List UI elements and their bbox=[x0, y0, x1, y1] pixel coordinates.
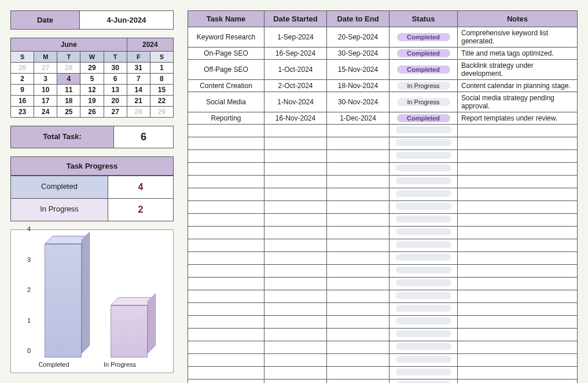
chart-bar bbox=[111, 305, 148, 358]
task-table-header: Notes bbox=[458, 11, 578, 27]
table-row: Social Media1-Nov-202430-Nov-2024In Prog… bbox=[188, 92, 578, 112]
empty-cell bbox=[327, 201, 389, 214]
status-pill-empty bbox=[396, 330, 451, 337]
empty-cell bbox=[327, 316, 389, 329]
table-row: Reporting16-Nov-20241-Dec-2024CompletedR… bbox=[188, 112, 578, 125]
empty-cell bbox=[188, 176, 264, 188]
chart-y-tick: 0 bbox=[27, 347, 31, 354]
calendar-day[interactable]: 5 bbox=[80, 74, 104, 85]
empty-cell bbox=[458, 150, 578, 163]
empty-cell bbox=[264, 278, 327, 290]
calendar-day[interactable]: 11 bbox=[57, 85, 80, 96]
status-pill-empty bbox=[396, 203, 451, 210]
task-table-header: Date Started bbox=[264, 11, 327, 27]
empty-cell bbox=[188, 290, 264, 303]
empty-cell bbox=[188, 163, 264, 176]
calendar-day[interactable]: 27 bbox=[104, 107, 127, 118]
table-row-empty bbox=[188, 188, 578, 201]
calendar-day[interactable]: 18 bbox=[57, 96, 80, 107]
task-notes-cell: Report templates under review. bbox=[458, 112, 578, 125]
date-box: Date 4-Jun-2024 bbox=[10, 10, 174, 30]
empty-cell bbox=[188, 227, 264, 239]
calendar-day[interactable]: 28 bbox=[127, 107, 150, 118]
calendar-day[interactable]: 12 bbox=[80, 85, 104, 96]
calendar-day[interactable]: 22 bbox=[150, 96, 173, 107]
calendar-day[interactable]: 10 bbox=[34, 85, 57, 96]
task-progress-title: Task Progress bbox=[11, 157, 173, 176]
chart-y-tick: 3 bbox=[27, 256, 31, 263]
empty-cell bbox=[389, 354, 458, 367]
calendar-month: June bbox=[11, 38, 127, 52]
calendar-day[interactable]: 16 bbox=[11, 96, 34, 107]
status-pill: Completed bbox=[397, 114, 450, 122]
calendar-day[interactable]: 9 bbox=[11, 85, 34, 96]
calendar-day[interactable]: 17 bbox=[34, 96, 57, 107]
empty-cell bbox=[327, 380, 389, 384]
empty-cell bbox=[389, 380, 458, 384]
task-status-cell: Completed bbox=[389, 48, 458, 60]
empty-cell bbox=[327, 150, 389, 163]
empty-cell bbox=[188, 354, 264, 367]
calendar-day[interactable]: 8 bbox=[150, 74, 173, 85]
empty-cell bbox=[327, 188, 389, 201]
calendar-day[interactable]: 19 bbox=[80, 96, 104, 107]
calendar-day[interactable]: 1 bbox=[150, 63, 173, 74]
calendar-day[interactable]: 20 bbox=[104, 96, 127, 107]
empty-cell bbox=[264, 239, 327, 252]
table-row: On-Page SEO16-Sep-202430-Sep-2024Complet… bbox=[188, 48, 578, 60]
calendar-day[interactable]: 26 bbox=[11, 63, 34, 74]
status-pill-empty bbox=[396, 318, 451, 324]
calendar-day[interactable]: 13 bbox=[104, 85, 127, 96]
calendar-day[interactable]: 3 bbox=[34, 74, 57, 85]
empty-cell bbox=[264, 252, 327, 265]
empty-cell bbox=[458, 252, 578, 265]
table-row-empty bbox=[188, 137, 578, 150]
calendar-day[interactable]: 4 bbox=[57, 74, 80, 85]
calendar-day[interactable]: 15 bbox=[150, 85, 173, 96]
table-row-empty bbox=[188, 227, 578, 239]
empty-cell bbox=[264, 290, 327, 303]
table-row-empty bbox=[188, 201, 578, 214]
empty-cell bbox=[458, 163, 578, 176]
calendar-dow: T bbox=[104, 52, 127, 63]
calendar-day[interactable]: 21 bbox=[127, 96, 150, 107]
status-pill-empty bbox=[396, 292, 451, 299]
progress-inprogress-label: In Progress bbox=[11, 199, 108, 221]
calendar-day[interactable]: 14 bbox=[127, 85, 150, 96]
calendar-day[interactable]: 30 bbox=[104, 63, 127, 74]
task-name-cell: On-Page SEO bbox=[188, 48, 264, 60]
empty-cell bbox=[389, 329, 458, 341]
table-row-empty bbox=[188, 239, 578, 252]
task-notes-cell: Comprehensive keyword list generated. bbox=[458, 27, 578, 48]
task-end-cell: 1-Dec-2024 bbox=[327, 112, 389, 125]
task-start-cell: 2-Oct-2024 bbox=[264, 80, 327, 92]
chart-y-tick: 4 bbox=[27, 225, 31, 232]
calendar-day[interactable]: 26 bbox=[80, 107, 104, 118]
calendar-dow: T bbox=[57, 52, 80, 63]
empty-cell bbox=[327, 290, 389, 303]
calendar-day[interactable]: 24 bbox=[34, 107, 57, 118]
table-row: Content Creation2-Oct-202418-Nov-2024In … bbox=[188, 80, 578, 92]
status-pill: In Progress bbox=[397, 98, 450, 106]
calendar-day[interactable]: 6 bbox=[104, 74, 127, 85]
empty-cell bbox=[264, 214, 327, 227]
calendar-day[interactable]: 31 bbox=[127, 63, 150, 74]
calendar-day[interactable]: 7 bbox=[127, 74, 150, 85]
empty-cell bbox=[264, 329, 327, 341]
empty-cell bbox=[389, 188, 458, 201]
calendar-day[interactable]: 23 bbox=[11, 107, 34, 118]
table-row-empty bbox=[188, 150, 578, 163]
task-name-cell: Reporting bbox=[188, 112, 264, 125]
empty-cell bbox=[458, 265, 578, 278]
calendar-day[interactable]: 28 bbox=[57, 63, 80, 74]
empty-cell bbox=[327, 125, 389, 137]
empty-cell bbox=[327, 214, 389, 227]
table-row-empty bbox=[188, 125, 578, 137]
calendar-day[interactable]: 29 bbox=[80, 63, 104, 74]
empty-cell bbox=[458, 214, 578, 227]
calendar-day[interactable]: 29 bbox=[150, 107, 173, 118]
calendar-day[interactable]: 2 bbox=[11, 74, 34, 85]
table-row-empty bbox=[188, 265, 578, 278]
calendar-day[interactable]: 27 bbox=[34, 63, 57, 74]
calendar-day[interactable]: 25 bbox=[57, 107, 80, 118]
